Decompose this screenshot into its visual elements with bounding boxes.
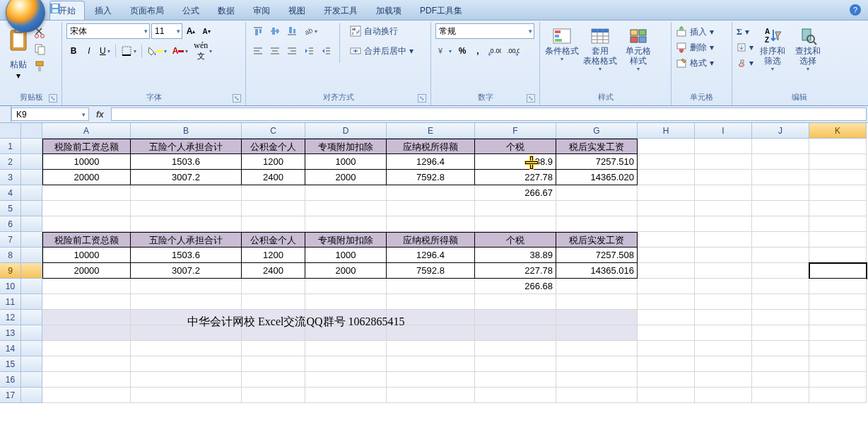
worksheet[interactable]: ABCDEFGHIJK1税险前工资总额五险个人承担合计公积金个人专项附加扣除应纳… bbox=[0, 123, 868, 442]
find-select-button[interactable]: 查找和 选择▾ bbox=[792, 23, 824, 72]
tab-审阅[interactable]: 审阅 bbox=[245, 1, 278, 20]
cell-C3[interactable]: 2400 bbox=[242, 170, 305, 185]
row-head-3[interactable]: 3 bbox=[0, 170, 21, 185]
cell-C2[interactable]: 1200 bbox=[242, 154, 305, 170]
cell-E1[interactable]: 应纳税所得额 bbox=[387, 139, 475, 154]
insert-cells-button[interactable]: 插入▾ bbox=[676, 25, 714, 39]
tab-公式[interactable]: 公式 bbox=[174, 1, 208, 20]
cell-G17[interactable] bbox=[556, 388, 638, 403]
font-size-combo[interactable]: 11▾ bbox=[151, 23, 182, 39]
help-icon[interactable]: ? bbox=[850, 4, 861, 16]
cell-K8[interactable] bbox=[809, 248, 867, 263]
cell-I2[interactable] bbox=[695, 154, 752, 170]
conditional-format-button[interactable]: 条件格式▾ bbox=[544, 23, 580, 62]
cell-H5[interactable] bbox=[638, 201, 695, 216]
cell-G14[interactable] bbox=[556, 341, 638, 356]
col-head-A[interactable]: A bbox=[42, 123, 131, 139]
comma-button[interactable]: , bbox=[471, 43, 485, 59]
cell-J6[interactable] bbox=[752, 216, 809, 232]
cell-B17[interactable] bbox=[131, 388, 242, 403]
cell-C9[interactable]: 2400 bbox=[242, 263, 305, 279]
cell-D11[interactable] bbox=[305, 294, 387, 310]
cell-B11[interactable] bbox=[131, 294, 242, 310]
paste-dropdown[interactable]: ▾ bbox=[11, 72, 25, 79]
row-head-7[interactable]: 7 bbox=[0, 232, 21, 248]
cell-H8[interactable] bbox=[638, 248, 695, 263]
cell-D15[interactable] bbox=[305, 356, 387, 372]
cell-I9[interactable] bbox=[695, 263, 752, 279]
cell-A13[interactable] bbox=[42, 325, 131, 341]
sort-filter-button[interactable]: AZ 排序和 筛选▾ bbox=[756, 23, 789, 72]
cell-B8[interactable]: 1503.6 bbox=[131, 248, 242, 263]
cell-B7[interactable]: 五险个人承担合计 bbox=[131, 232, 242, 248]
cell-C8[interactable]: 1200 bbox=[242, 248, 305, 263]
cell-H13[interactable] bbox=[638, 325, 695, 341]
cell-J9[interactable] bbox=[752, 263, 809, 279]
cell-J2[interactable] bbox=[752, 154, 809, 170]
cell-F9[interactable]: 227.78 bbox=[475, 263, 556, 279]
cell-I15[interactable] bbox=[695, 356, 752, 372]
col-head-B[interactable]: B bbox=[131, 123, 242, 139]
cell-G11[interactable] bbox=[556, 294, 638, 310]
cell-K14[interactable] bbox=[809, 341, 867, 356]
increase-font-icon[interactable]: A▴ bbox=[184, 23, 198, 39]
align-center-icon[interactable] bbox=[267, 43, 283, 59]
cell-K11[interactable] bbox=[809, 294, 867, 310]
cell-G15[interactable] bbox=[556, 356, 638, 372]
autosum-button[interactable]: Σ▾ bbox=[737, 25, 753, 39]
cell-I3[interactable] bbox=[695, 170, 752, 185]
name-box[interactable]: K9▾ bbox=[11, 107, 89, 121]
increase-decimal-icon[interactable]: .0.00 bbox=[486, 43, 503, 59]
cell-H15[interactable] bbox=[638, 356, 695, 372]
border-button[interactable]: ▾ bbox=[119, 43, 139, 59]
cell-A14[interactable] bbox=[42, 341, 131, 356]
percent-button[interactable]: % bbox=[455, 43, 469, 59]
cell-A17[interactable] bbox=[42, 388, 131, 403]
cell-I16[interactable] bbox=[695, 372, 752, 388]
cell-K15[interactable] bbox=[809, 356, 867, 372]
cell-F15[interactable] bbox=[475, 356, 556, 372]
cell-G5[interactable] bbox=[556, 201, 638, 216]
cell-J13[interactable] bbox=[752, 325, 809, 341]
cell-B2[interactable]: 1503.6 bbox=[131, 154, 242, 170]
cell-I13[interactable] bbox=[695, 325, 752, 341]
cell-K9[interactable] bbox=[809, 263, 867, 279]
cell-D3[interactable]: 2000 bbox=[305, 170, 387, 185]
cell-A9[interactable]: 20000 bbox=[42, 263, 131, 279]
cell-E11[interactable] bbox=[387, 294, 475, 310]
cell-F5[interactable] bbox=[475, 201, 556, 216]
bold-button[interactable]: B bbox=[66, 43, 81, 59]
cell-styles-button[interactable]: 单元格 样式▾ bbox=[621, 23, 656, 72]
cell-C6[interactable] bbox=[242, 216, 305, 232]
cell-E16[interactable] bbox=[387, 372, 475, 388]
cell-K4[interactable] bbox=[809, 185, 867, 201]
cell-E3[interactable]: 7592.8 bbox=[387, 170, 475, 185]
row-head-4[interactable]: 4 bbox=[0, 185, 21, 201]
row-head-14[interactable]: 14 bbox=[0, 341, 21, 356]
cell-D16[interactable] bbox=[305, 372, 387, 388]
cell-E5[interactable] bbox=[387, 201, 475, 216]
font-color-button[interactable]: A▾ bbox=[170, 43, 191, 59]
cell-K7[interactable] bbox=[809, 232, 867, 248]
cell-E6[interactable] bbox=[387, 216, 475, 232]
cell-F17[interactable] bbox=[475, 388, 556, 403]
cell-F13[interactable] bbox=[475, 325, 556, 341]
row-head-8[interactable]: 8 bbox=[0, 248, 21, 263]
cell-D10[interactable] bbox=[305, 279, 387, 294]
cell-D5[interactable] bbox=[305, 201, 387, 216]
cell-F4[interactable]: 266.67 bbox=[475, 185, 556, 201]
col-head-K[interactable]: K bbox=[809, 123, 867, 139]
cell-A1[interactable]: 税险前工资总额 bbox=[42, 139, 131, 154]
cell-K13[interactable] bbox=[809, 325, 867, 341]
cell-G3[interactable]: 14365.020 bbox=[556, 170, 638, 185]
alignment-dialog-launcher[interactable]: ⤡ bbox=[418, 94, 426, 103]
number-format-combo[interactable]: 常规▾ bbox=[435, 23, 534, 39]
underline-button[interactable]: U▾ bbox=[98, 43, 112, 59]
cell-D1[interactable]: 专项附加扣除 bbox=[305, 139, 387, 154]
number-dialog-launcher[interactable]: ⤡ bbox=[527, 94, 535, 103]
cell-H4[interactable] bbox=[638, 185, 695, 201]
cell-C11[interactable] bbox=[242, 294, 305, 310]
row-split-handle[interactable] bbox=[0, 106, 11, 122]
cell-H2[interactable] bbox=[638, 154, 695, 170]
cell-A3[interactable]: 20000 bbox=[42, 170, 131, 185]
